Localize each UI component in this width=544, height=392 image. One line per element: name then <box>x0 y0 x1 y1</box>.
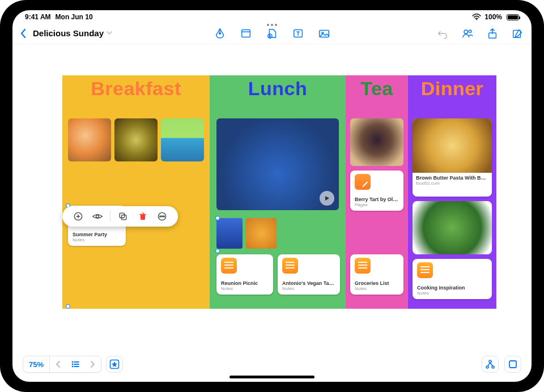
context-duplicate-icon[interactable] <box>116 209 130 224</box>
svg-point-19 <box>164 216 165 217</box>
image-thumb[interactable] <box>216 218 243 249</box>
column-breakfast: Breakfast <box>62 75 210 309</box>
image-thumb[interactable] <box>114 118 158 161</box>
note-sub: Notes <box>417 291 487 296</box>
note-card-vegan-tacos[interactable]: Antonio's Vegan Tacos Notes <box>278 254 340 295</box>
svg-point-25 <box>486 366 488 368</box>
back-button[interactable] <box>20 28 27 39</box>
note-sub: Notes <box>282 286 335 291</box>
svg-point-18 <box>162 216 163 217</box>
context-delete-icon[interactable] <box>135 209 150 224</box>
frame-view-icon[interactable] <box>504 356 521 373</box>
nav-prev-icon[interactable] <box>50 356 67 372</box>
ipad-frame: 9:41 AM Mon Jun 10 100% Delicious Sunday <box>0 0 544 392</box>
text-box-icon[interactable] <box>292 27 304 40</box>
note-card-reunion-picnic[interactable]: Reunion Picnic Notes <box>216 254 273 295</box>
pages-title: Berry Tart by Olivia <box>355 197 399 202</box>
zoom-level[interactable]: 75% <box>23 356 50 372</box>
note-title: Cooking Inspiration <box>417 285 487 291</box>
image-thumb[interactable] <box>161 118 204 161</box>
separator <box>110 211 110 222</box>
add-file-icon[interactable] <box>266 27 278 40</box>
chevron-down-icon <box>106 28 113 38</box>
context-more-icon[interactable] <box>155 209 169 224</box>
favorites-button[interactable] <box>106 356 123 373</box>
nav-next-icon[interactable] <box>84 356 101 372</box>
zoom-navigator: 75% <box>23 356 101 373</box>
play-icon[interactable] <box>320 191 334 206</box>
selection-context-bar <box>62 206 178 227</box>
selection-handle[interactable] <box>215 249 220 253</box>
image-thumb[interactable] <box>246 218 277 249</box>
svg-rect-27 <box>509 361 516 368</box>
wifi-icon <box>472 14 481 20</box>
collaborate-icon[interactable] <box>461 27 474 40</box>
home-indicator[interactable] <box>230 376 314 378</box>
pages-sub: Pages <box>355 202 399 207</box>
note-title: Reunion Picnic <box>221 280 269 286</box>
note-title: Groceries List <box>355 280 399 286</box>
selection-handle[interactable] <box>215 216 220 220</box>
notes-app-icon <box>355 258 371 274</box>
column-title: Lunch <box>210 75 346 100</box>
svg-point-26 <box>492 366 494 368</box>
status-time: 9:41 AM <box>25 13 51 21</box>
screen: 9:41 AM Mon Jun 10 100% Delicious Sunday <box>12 10 532 382</box>
notes-app-icon <box>221 258 237 274</box>
note-sub: Notes <box>221 286 269 291</box>
note-card-cooking-inspiration[interactable]: Cooking Inspiration Notes <box>413 259 492 299</box>
column-title: Breakfast <box>62 75 210 100</box>
pages-app-icon <box>355 174 371 190</box>
link-image <box>413 118 492 173</box>
compose-icon[interactable] <box>511 27 524 40</box>
nav-list-icon[interactable] <box>67 356 84 372</box>
status-date: Mon Jun 10 <box>56 13 93 21</box>
selection-handle[interactable] <box>66 304 70 309</box>
graph-view-icon[interactable] <box>482 356 499 373</box>
svg-point-7 <box>464 30 468 33</box>
svg-point-8 <box>469 30 471 33</box>
context-preview-icon[interactable] <box>90 209 105 224</box>
svg-rect-2 <box>242 29 250 37</box>
note-sub: Notes <box>73 237 121 242</box>
svg-point-17 <box>160 216 161 217</box>
share-icon[interactable] <box>486 27 499 40</box>
bottom-toolbar: 75% <box>23 355 521 374</box>
pages-card-berry-tart[interactable]: Berry Tart by Olivia Pages <box>350 171 403 211</box>
note-card-groceries[interactable]: Groceries List Notes <box>350 254 403 295</box>
context-add-icon[interactable] <box>71 209 86 224</box>
undo-icon[interactable] <box>436 27 449 40</box>
battery-pct: 100% <box>484 13 502 21</box>
svg-point-24 <box>489 360 491 363</box>
svg-point-13 <box>96 215 99 218</box>
note-sub: Notes <box>355 286 399 291</box>
svg-point-21 <box>72 364 74 365</box>
board-title-label: Delicious Sunday <box>33 28 104 38</box>
notes-app-icon <box>282 258 298 274</box>
battery-icon <box>505 14 519 20</box>
board-title[interactable]: Delicious Sunday <box>33 28 113 38</box>
column-title: Dinner <box>408 75 496 100</box>
board-canvas[interactable]: Breakfast Lunch Tea Dinner Summer Party … <box>62 75 496 309</box>
svg-point-22 <box>72 366 74 368</box>
image-thumb[interactable] <box>350 118 403 166</box>
insert-image-icon[interactable] <box>318 27 330 40</box>
notes-app-icon <box>417 262 433 278</box>
svg-point-20 <box>72 361 74 363</box>
status-bar: 9:41 AM Mon Jun 10 100% <box>12 10 532 23</box>
video-item[interactable] <box>216 118 339 210</box>
note-title: Summer Party <box>73 232 121 237</box>
pen-tool-icon[interactable] <box>214 27 226 40</box>
column-title: Tea <box>346 75 408 100</box>
link-source: food52.com <box>416 181 488 186</box>
image-thumb[interactable] <box>68 118 111 161</box>
link-title: Brown Butter Pasta With But… <box>416 175 488 181</box>
svg-point-1 <box>219 32 221 34</box>
multitask-dots[interactable] <box>267 24 277 26</box>
image-thumb[interactable] <box>413 201 492 254</box>
svg-point-0 <box>476 19 477 20</box>
sticky-note-icon[interactable] <box>240 27 252 40</box>
note-title: Antonio's Vegan Tacos <box>282 280 335 286</box>
link-card-pasta[interactable]: Brown Butter Pasta With But… food52.com <box>413 118 492 197</box>
